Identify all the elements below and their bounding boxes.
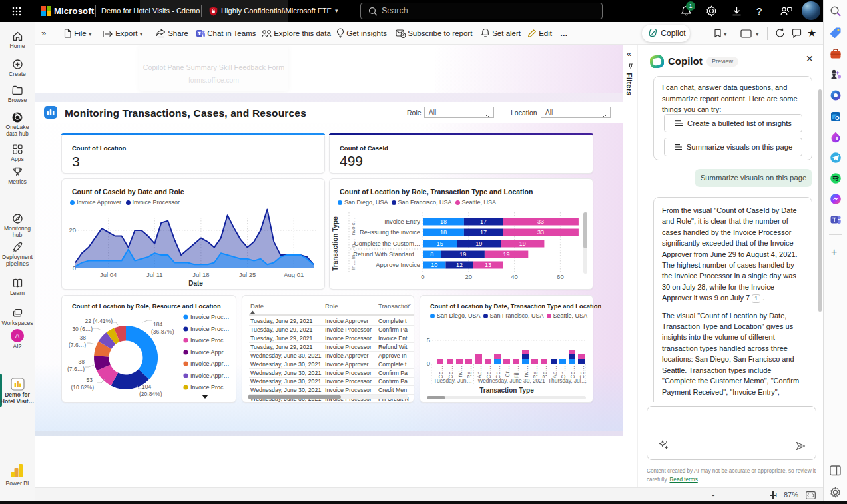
svg-text:30 (6…): 30 (6…) <box>72 326 93 332</box>
svg-text:Jul 18: Jul 18 <box>192 271 209 278</box>
svg-text:8: 8 <box>430 251 433 258</box>
svg-text:Invoice Processor: Invoice Processor <box>325 344 372 350</box>
svg-text:19: 19 <box>503 251 510 258</box>
svg-text:Invoice Processor: Invoice Processor <box>325 378 372 385</box>
svg-text:Re…: Re… <box>532 366 539 378</box>
svg-text:Co…: Co… <box>485 366 492 378</box>
svg-text:15: 15 <box>437 240 443 247</box>
svg-text:Confirm Pa: Confirm Pa <box>378 326 408 333</box>
svg-text:Jul 11: Jul 11 <box>146 271 163 278</box>
svg-text:Role: Role <box>325 302 338 310</box>
svg-text:…: … <box>407 301 412 306</box>
svg-text:Date: Date <box>250 302 264 310</box>
svg-text:Transactior: Transactior <box>378 302 410 310</box>
svg-text:Inv…: Inv… <box>523 366 529 379</box>
svg-text:Aug 01: Aug 01 <box>284 271 304 278</box>
svg-text:Tuesday, June 29, 2021: Tuesday, June 29, 2021 <box>250 326 313 333</box>
svg-text:Co…: Co… <box>447 366 454 378</box>
svg-text:Credit Men: Credit Men <box>378 387 407 393</box>
svg-text:(7.6…): (7.6…) <box>69 342 86 348</box>
svg-text:Invoice Ent: Invoice Ent <box>378 335 408 342</box>
svg-text:Complete t: Complete t <box>378 318 407 324</box>
svg-text:Co…: Co… <box>569 366 576 378</box>
svg-text:(10.62%): (10.62%) <box>71 384 95 391</box>
svg-text:Jul 04: Jul 04 <box>100 271 117 278</box>
svg-text:33: 33 <box>537 229 544 236</box>
svg-text:19: 19 <box>475 240 482 247</box>
svg-text:Invoice Proc…: Invoice Proc… <box>190 384 230 391</box>
svg-text:In…: In… <box>350 260 356 270</box>
svg-text:Refund Wit: Refund Wit <box>378 344 408 350</box>
svg-text:In…: In… <box>350 239 356 249</box>
svg-text:13: 13 <box>485 262 491 268</box>
svg-text:Invoice Appr…: Invoice Appr… <box>190 360 230 367</box>
svg-text:Date: Date <box>188 280 203 287</box>
svg-text:Invoice Proc…: Invoice Proc… <box>190 314 230 320</box>
svg-text:5: 5 <box>427 336 430 344</box>
svg-text:Wednesday, June 30, 2021: Wednesday, June 30, 2021 <box>250 378 321 385</box>
svg-text:Invoic…: Invoic… <box>350 218 356 237</box>
svg-text:Wednesday, June 30, 2021: Wednesday, June 30, 2021 <box>250 361 321 368</box>
svg-text:Tuesday, June 29, 2021: Tuesday, June 29, 2021 <box>250 318 313 324</box>
svg-text:Fill…: Fill… <box>513 366 520 378</box>
svg-text:12: 12 <box>456 262 463 268</box>
svg-text:17: 17 <box>480 229 487 236</box>
svg-text:Transaction Type: Transaction Type <box>479 387 534 394</box>
svg-text:Tuesday, Jun…: Tuesday, Jun… <box>433 378 472 384</box>
svg-text:Confirm Pa: Confirm Pa <box>378 370 408 376</box>
svg-text:53: 53 <box>87 377 93 383</box>
svg-text:Re-issuing the invoice: Re-issuing the invoice <box>360 229 420 236</box>
svg-text:Complete the Custom…: Complete the Custom… <box>354 240 420 247</box>
svg-text:(7.6…): (7.6…) <box>67 366 85 372</box>
svg-text:Invoice Approver: Invoice Approver <box>325 361 369 368</box>
svg-text:Invoice Proc…: Invoice Proc… <box>190 326 230 332</box>
svg-text:184: 184 <box>153 321 162 328</box>
svg-text:20: 20 <box>465 273 473 280</box>
svg-text:Thursday, Jul…: Thursday, Jul… <box>548 378 587 384</box>
svg-text:Ap…: Ap… <box>551 366 558 378</box>
svg-text:Invoice Processor: Invoice Processor <box>325 370 372 376</box>
svg-text:Refund With Standard…: Refund With Standard… <box>353 251 420 258</box>
svg-text:0: 0 <box>73 264 76 272</box>
svg-text:Tuesday, June 29, 2021: Tuesday, June 29, 2021 <box>250 344 313 350</box>
svg-text:Re…: Re… <box>466 366 473 378</box>
svg-text:Invoice Appr…: Invoice Appr… <box>190 372 230 379</box>
svg-text:33: 33 <box>537 218 544 225</box>
svg-text:22 (4.41%): 22 (4.41%) <box>85 318 113 324</box>
svg-text:Transaction Type: Transaction Type <box>332 216 339 271</box>
svg-text:104: 104 <box>142 383 151 390</box>
svg-text:Co…: Co… <box>579 366 585 378</box>
svg-text:Invoice Processor: Invoice Processor <box>325 335 372 342</box>
svg-text:Invoice Entry: Invoice Entry <box>384 218 420 225</box>
svg-text:18: 18 <box>440 229 447 236</box>
svg-text:Wednesday, June 30, 2021: Wednesday, June 30, 2021 <box>250 387 321 393</box>
svg-text:Invoice Proc…: Invoice Proc… <box>190 337 230 344</box>
svg-text:0: 0 <box>421 273 424 280</box>
svg-text:0: 0 <box>427 360 430 367</box>
svg-text:17: 17 <box>480 218 487 225</box>
svg-text:Re…: Re… <box>541 366 548 378</box>
svg-text:Approve Invoice: Approve Invoice <box>376 262 420 268</box>
svg-text:19: 19 <box>459 251 466 258</box>
svg-text:(36.87%): (36.87%) <box>151 328 174 335</box>
svg-text:60: 60 <box>557 273 564 280</box>
svg-text:Tuesday, June 29, 2021: Tuesday, June 29, 2021 <box>250 335 313 342</box>
svg-text:Invoice Processor: Invoice Processor <box>325 387 372 393</box>
svg-text:18: 18 <box>440 218 447 225</box>
svg-text:38: 38 <box>80 334 87 341</box>
svg-text:Jul 25: Jul 25 <box>239 271 256 278</box>
svg-text:Invoice Appr…: Invoice Appr… <box>190 349 230 356</box>
svg-text:19: 19 <box>519 240 526 247</box>
svg-text:(20.84%): (20.84%) <box>139 391 162 397</box>
svg-text:Confirm Pa: Confirm Pa <box>378 378 408 385</box>
svg-text:38: 38 <box>79 358 85 365</box>
svg-text:Inv…: Inv… <box>457 366 463 379</box>
svg-text:In…: In… <box>350 250 356 260</box>
svg-text:Ap…: Ap… <box>476 366 483 378</box>
svg-text:10: 10 <box>431 262 437 268</box>
svg-text:20: 20 <box>69 226 76 234</box>
svg-text:40: 40 <box>511 273 518 280</box>
svg-text:Cr…: Cr… <box>504 366 511 377</box>
svg-text:Complete t: Complete t <box>378 361 407 368</box>
svg-text:Co…: Co… <box>437 366 444 378</box>
